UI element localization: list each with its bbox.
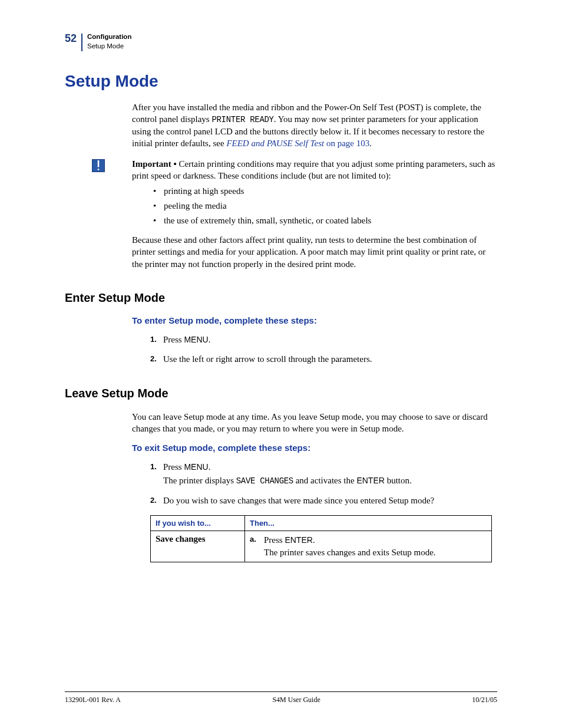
- page-footer: 13290L-001 Rev. A S4M User Guide 10/21/0…: [65, 691, 497, 704]
- page-header: 52 Configuration Setup Mode: [65, 32, 497, 51]
- intro-text-3: .: [369, 139, 372, 148]
- sub-content: Press ENTER. The printer saves changes a…: [264, 534, 487, 559]
- note-icon-column: [65, 158, 132, 172]
- leave-steps-title: To exit Setup mode, complete these steps…: [132, 443, 497, 453]
- step-item: Press MENU. The printer displays SAVE CH…: [150, 461, 497, 487]
- substep-mid: and activates the: [293, 476, 356, 485]
- lcd-text-printer-ready: PRINTER READY: [211, 115, 273, 124]
- chapter-name: Configuration: [87, 32, 131, 42]
- ui-menu: MENU: [184, 462, 208, 472]
- step-substep: The printer displays SAVE CHANGES and ac…: [163, 475, 497, 487]
- footer-title: S4M User Guide: [272, 696, 320, 704]
- sub-marker: a.: [250, 534, 264, 559]
- step-text: Press: [163, 462, 184, 472]
- conditions-list: printing at high speeds peeling the medi…: [153, 186, 497, 226]
- important-icon: [92, 159, 105, 172]
- table-header-row: If you wish to... Then...: [151, 515, 492, 531]
- substep-post: button.: [385, 476, 412, 485]
- step-item: Use the left or right arrow to scroll th…: [150, 353, 497, 365]
- ui-menu: MENU: [184, 335, 208, 344]
- enter-steps-list: Press MENU. Use the left or right arrow …: [150, 334, 497, 365]
- table-cell-wish: Save changes: [151, 531, 245, 562]
- page-title: Setup Mode: [65, 72, 497, 91]
- header-breadcrumb: Configuration Setup Mode: [87, 32, 131, 51]
- list-item: the use of extremely thin, small, synthe…: [153, 216, 497, 226]
- section-name: Setup Mode: [87, 42, 131, 51]
- xref-italic: FEED and PAUSE Self Test: [226, 139, 326, 148]
- xref-page: on page 103: [326, 139, 369, 148]
- step-text: Use the left or right arrow to scroll th…: [163, 354, 372, 364]
- important-note: Important • Certain printing conditions …: [65, 158, 497, 182]
- leave-steps-list: Press MENU. The printer displays SAVE CH…: [150, 461, 497, 507]
- header-divider: [81, 34, 82, 51]
- footer-date: 10/21/05: [472, 696, 497, 704]
- ui-enter: ENTER: [285, 535, 312, 545]
- heading-enter-setup: Enter Setup Mode: [65, 291, 497, 305]
- xref-feed-pause-self-test[interactable]: FEED and PAUSE Self Test on page 103: [226, 139, 369, 148]
- press-post: .: [313, 535, 315, 545]
- result-text: The printer saves changes and exits Setu…: [264, 546, 487, 559]
- step-text: Press: [163, 335, 184, 344]
- footer-docid: 13290L-001 Rev. A: [65, 696, 121, 704]
- table-cell-then: a. Press ENTER. The printer saves change…: [245, 531, 492, 562]
- leave-intro-paragraph: You can leave Setup mode at any time. As…: [132, 411, 497, 435]
- note-body: Important • Certain printing conditions …: [132, 158, 497, 182]
- important-label: Important •: [132, 159, 178, 169]
- step-item: Do you wish to save changes that were ma…: [150, 495, 497, 507]
- save-changes-table: If you wish to... Then... Save changes a…: [150, 515, 492, 562]
- note-text: Certain printing conditions may require …: [132, 159, 495, 180]
- table-header-if: If you wish to...: [151, 515, 245, 531]
- list-item: printing at high speeds: [153, 186, 497, 196]
- step-post: .: [209, 462, 211, 472]
- table-row: Save changes a. Press ENTER. The printer…: [151, 531, 492, 562]
- intro-paragraph: After you have installed the media and r…: [132, 101, 497, 150]
- press-text: Press: [264, 535, 285, 545]
- ui-enter: ENTER: [356, 476, 384, 485]
- step-post: .: [209, 335, 211, 344]
- list-item: peeling the media: [153, 201, 497, 211]
- step-item: Press MENU.: [150, 334, 497, 346]
- after-bullets-paragraph: Because these and other factors affect p…: [132, 234, 497, 270]
- sub-step: a. Press ENTER. The printer saves change…: [250, 534, 487, 559]
- enter-steps-title: To enter Setup mode, complete these step…: [132, 315, 497, 325]
- step-text: Do you wish to save changes that were ma…: [163, 496, 434, 505]
- page-number: 52: [65, 32, 81, 45]
- heading-leave-setup: Leave Setup Mode: [65, 387, 497, 400]
- lcd-text-save-changes: SAVE CHANGES: [236, 476, 293, 486]
- table-header-then: Then...: [245, 515, 492, 531]
- substep-pre: The printer displays: [163, 476, 236, 485]
